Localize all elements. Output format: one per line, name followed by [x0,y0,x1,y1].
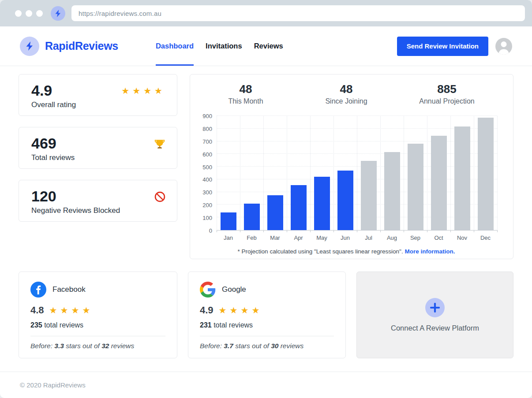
x-axis-tick [333,230,334,232]
y-axis-label: 900 [202,113,212,119]
v-gridline [497,116,498,230]
google-card: Google 4.9 ★★★★ 231 total reviews Before… [188,272,346,358]
facebook-total-suffix: total reviews [44,321,83,329]
chart-footnote: * Projection calculated using "Least squ… [195,248,497,255]
v-gridline [427,116,427,230]
chart-summary-row: 48 This Month 48 Since Joining 885 Annua… [195,82,497,105]
tab-invitations[interactable]: Invitations [206,26,242,66]
window-control-dot[interactable] [15,10,22,17]
divider [200,336,334,336]
y-axis-label: 0 [209,227,212,234]
overall-rating-label: Overall rating [31,100,76,109]
x-axis-label: Feb [247,234,256,241]
y-axis-label: 500 [202,164,212,170]
y-axis-label: 300 [202,189,212,196]
chart-y-axis: 0100200300400500600700800900 [195,116,217,231]
x-axis-tick [287,230,287,232]
facebook-total-reviews: 235 total reviews [30,321,165,329]
chart-bar-nov [454,126,470,230]
x-axis-label: Jul [365,234,372,241]
y-axis-label: 700 [202,138,212,145]
v-gridline [287,116,287,230]
v-gridline [240,116,240,230]
connect-review-platform-card[interactable]: Connect A Review Platform [356,272,513,358]
x-axis-tick [310,230,311,232]
address-bar[interactable]: https://rapidreviews.com.au [71,5,525,21]
chart-bar-oct [431,136,447,230]
total-reviews-value: 469 [31,134,75,153]
x-axis-tick [217,230,217,232]
main-nav: Dashboard Invitations Reviews [156,26,283,66]
annual-projection-value: 885 [397,82,497,96]
tab-dashboard-label: Dashboard [156,42,194,50]
header-actions: Send Review Invitation [397,26,512,66]
window-control-dot[interactable] [26,10,32,17]
this-month-value: 48 [195,82,296,96]
y-axis-label: 200 [202,202,212,208]
facebook-rating: 4.8 [30,305,44,316]
y-axis-label: 800 [202,125,212,132]
google-rating: 4.9 [200,305,214,316]
chart-bar-jul [361,161,377,230]
x-axis-tick [357,230,357,232]
reviews-bar-chart: 0100200300400500600700800900 JanFebMarAp… [195,116,497,231]
tab-reviews-label: Reviews [254,42,283,50]
brand-logo-lightning-icon [20,37,39,56]
tab-reviews[interactable]: Reviews [254,26,283,66]
x-axis-label: Apr [294,234,303,241]
facebook-icon [30,282,46,298]
x-axis-label: Nov [457,234,467,241]
brand-name: RapidReviews [45,40,118,52]
negative-blocked-value: 120 [31,187,120,206]
browser-window: https://rapidreviews.com.au RapidReviews… [0,0,532,398]
facebook-star-rating: ★★★★ [49,305,94,316]
send-review-invitation-button[interactable]: Send Review Invitation [397,37,488,56]
star-icon: ★ [49,305,60,315]
v-gridline [357,116,357,230]
stats-column: 4.9 Overall rating ★★★★ 469 Total review… [19,74,177,259]
trophy-icon [154,138,165,168]
x-axis-label: Mar [270,234,280,241]
v-gridline [263,116,264,230]
star-icon: ★ [251,305,262,315]
page-footer: © 2020 RapidReviews [0,372,532,398]
browser-chrome: https://rapidreviews.com.au [0,0,532,26]
star-icon: ★ [154,86,165,96]
v-gridline [474,116,474,230]
star-icon: ★ [230,305,241,315]
site-favicon-lightning-icon [51,6,65,21]
x-axis-tick [404,230,404,232]
google-icon [200,282,216,298]
x-axis-tick [497,230,498,232]
v-gridline [310,116,311,230]
summary-annual-projection: 885 Annual Projection [397,82,497,105]
overall-rating-card: 4.9 Overall rating ★★★★ [19,74,177,116]
platforms-row: Facebook 4.8 ★★★★ 235 total reviews Befo… [19,272,513,358]
this-month-label: This Month [195,97,296,105]
x-axis-label: Jun [341,234,350,241]
v-gridline [450,116,451,230]
negative-reviews-blocked-card: 120 Negative Reviews Blocked [19,180,177,222]
negative-blocked-label: Negative Reviews Blocked [31,206,120,215]
annual-projection-label: Annual Projection [397,97,497,105]
google-before-stats: Before: 3.7 stars out of 30 reviews [200,342,334,350]
window-control-dot[interactable] [36,10,43,17]
star-icon: ★ [71,305,82,315]
x-axis-label: May [316,234,327,241]
star-icon: ★ [219,305,230,315]
tab-dashboard[interactable]: Dashboard [156,26,194,66]
x-axis-tick [240,230,240,232]
footnote-text: * Projection calculated using "Least squ… [238,248,403,255]
star-icon: ★ [121,86,132,96]
more-information-link[interactable]: More information. [405,248,455,255]
since-joining-value: 48 [296,82,397,96]
google-star-rating: ★★★★ [219,305,263,316]
dashboard-content: 4.9 Overall rating ★★★★ 469 Total review… [0,66,532,358]
chart-bar-feb [244,204,260,230]
star-icon: ★ [60,305,71,315]
divider [30,336,165,336]
star-icon: ★ [240,305,251,315]
avatar[interactable] [495,38,512,55]
facebook-card: Facebook 4.8 ★★★★ 235 total reviews Befo… [19,272,177,358]
v-gridline [217,116,217,230]
